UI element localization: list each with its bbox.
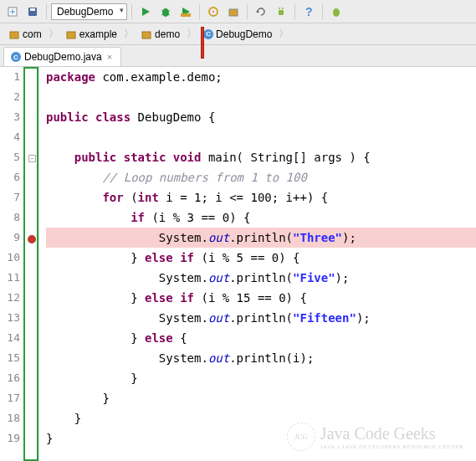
gutter[interactable]: 12345678910111213141516171819 − bbox=[0, 67, 39, 461]
svg-rect-4 bbox=[30, 8, 35, 11]
close-icon[interactable]: × bbox=[105, 52, 114, 62]
code-line[interactable]: } bbox=[46, 388, 476, 408]
code-line[interactable]: System.out.println(i); bbox=[46, 348, 476, 368]
toolbar: DebugDemo ? bbox=[0, 0, 476, 23]
gutter-line[interactable] bbox=[25, 430, 37, 450]
gutter-line[interactable]: − bbox=[25, 149, 37, 169]
gutter-line[interactable] bbox=[25, 249, 37, 269]
breadcrumb-label: example bbox=[79, 28, 117, 40]
code-area[interactable]: package com.example.demo;public class De… bbox=[39, 67, 476, 461]
code-line[interactable]: for (int i = 1; i <= 100; i++) { bbox=[46, 187, 476, 207]
code-line[interactable] bbox=[46, 127, 476, 147]
code-line[interactable]: public static void main( String[] args )… bbox=[46, 147, 476, 167]
help-icon: ? bbox=[305, 5, 313, 18]
breadcrumb-com[interactable]: com bbox=[5, 27, 45, 42]
save-button[interactable] bbox=[23, 3, 42, 21]
code-line[interactable] bbox=[46, 87, 476, 107]
code-line[interactable]: } bbox=[46, 428, 476, 448]
svg-point-18 bbox=[279, 8, 280, 9]
marker-column[interactable]: − bbox=[23, 67, 38, 461]
run-button[interactable] bbox=[136, 3, 155, 21]
gutter-line[interactable] bbox=[25, 350, 37, 370]
line-number: 1 bbox=[0, 67, 20, 87]
debug-attach-button[interactable] bbox=[327, 3, 345, 21]
fold-icon[interactable]: − bbox=[28, 155, 36, 162]
gutter-line[interactable] bbox=[25, 89, 37, 109]
build-button[interactable] bbox=[204, 3, 223, 21]
gutter-line[interactable] bbox=[25, 169, 37, 189]
package-icon bbox=[65, 28, 77, 40]
gutter-line[interactable] bbox=[25, 330, 37, 350]
breadcrumb-example[interactable]: example bbox=[62, 27, 120, 42]
line-number: 16 bbox=[0, 368, 20, 388]
tab-debugdemo[interactable]: C DebugDemo.java × bbox=[3, 47, 121, 66]
breakpoint-icon[interactable] bbox=[28, 235, 36, 243]
gutter-line[interactable] bbox=[25, 229, 37, 249]
line-number: 4 bbox=[0, 127, 20, 147]
chevron-right-icon: 〉 bbox=[277, 27, 290, 41]
debug-button[interactable] bbox=[156, 3, 175, 21]
code-line[interactable]: public class DebugDemo { bbox=[46, 107, 476, 127]
breadcrumb-label: demo bbox=[155, 28, 180, 40]
breadcrumb-label: DebugDemo bbox=[216, 28, 272, 40]
gutter-line[interactable] bbox=[25, 390, 37, 410]
code-line[interactable]: System.out.println("Three"); bbox=[46, 228, 476, 248]
code-line[interactable]: } else if (i % 15 == 0) { bbox=[46, 288, 476, 308]
gutter-line[interactable] bbox=[25, 189, 37, 209]
gutter-line[interactable] bbox=[25, 269, 37, 289]
line-number: 14 bbox=[0, 328, 20, 348]
svg-point-19 bbox=[282, 8, 284, 9]
chevron-right-icon: 〉 bbox=[122, 27, 136, 41]
line-number: 15 bbox=[0, 348, 20, 368]
code-line[interactable]: } bbox=[46, 368, 476, 388]
package-icon bbox=[8, 28, 20, 40]
code-line[interactable]: package com.example.demo; bbox=[46, 67, 476, 87]
svg-rect-14 bbox=[212, 11, 214, 13]
svg-rect-17 bbox=[279, 10, 284, 15]
gutter-line[interactable] bbox=[25, 410, 37, 430]
line-number: 12 bbox=[0, 288, 20, 308]
breadcrumb-demo[interactable]: demo bbox=[137, 27, 183, 42]
gutter-line[interactable] bbox=[25, 109, 37, 129]
chevron-right-icon: 〉 bbox=[47, 27, 60, 41]
svg-rect-22 bbox=[67, 32, 75, 38]
code-line[interactable]: } else if (i % 5 == 0) { bbox=[46, 248, 476, 268]
code-line[interactable]: } bbox=[46, 408, 476, 428]
line-number: 2 bbox=[0, 87, 20, 107]
packages-button[interactable] bbox=[224, 3, 243, 21]
line-number: 6 bbox=[0, 167, 20, 187]
code-line[interactable]: if (i % 3 == 0) { bbox=[46, 207, 476, 228]
code-line[interactable]: } else { bbox=[46, 328, 476, 348]
svg-point-6 bbox=[162, 8, 169, 17]
line-number: 5 bbox=[0, 147, 20, 167]
gutter-line[interactable] bbox=[25, 129, 37, 149]
run-config-dropdown[interactable]: DebugDemo bbox=[51, 3, 127, 20]
code-line[interactable]: System.out.println("Fifteen"); bbox=[46, 308, 476, 328]
svg-line-10 bbox=[168, 14, 170, 15]
help-button[interactable]: ? bbox=[299, 3, 318, 21]
gutter-line[interactable] bbox=[25, 370, 37, 390]
sync-button[interactable] bbox=[252, 3, 270, 21]
package-icon bbox=[141, 28, 152, 40]
coverage-button[interactable] bbox=[177, 3, 195, 21]
svg-rect-21 bbox=[10, 32, 18, 38]
android-button[interactable] bbox=[272, 3, 290, 21]
gutter-line[interactable] bbox=[25, 209, 37, 229]
svg-point-20 bbox=[333, 8, 340, 17]
breadcrumb-class[interactable]: C DebugDemo bbox=[200, 27, 275, 42]
code-line[interactable]: System.out.println("Five"); bbox=[46, 268, 476, 288]
line-number: 18 bbox=[0, 408, 20, 428]
line-number: 8 bbox=[0, 207, 20, 228]
breadcrumb: com 〉 example 〉 demo 〉 C DebugDemo 〉 bbox=[0, 23, 476, 45]
gutter-line[interactable] bbox=[25, 310, 37, 330]
new-wizard-button[interactable] bbox=[3, 3, 22, 21]
line-number: 3 bbox=[0, 107, 20, 127]
line-number: 19 bbox=[0, 428, 20, 448]
svg-marker-5 bbox=[142, 8, 150, 16]
svg-line-9 bbox=[161, 14, 163, 15]
gutter-line[interactable] bbox=[25, 289, 37, 310]
line-number: 9 bbox=[0, 228, 20, 248]
gutter-line[interactable] bbox=[25, 69, 37, 89]
code-line[interactable]: // Loop numbers from 1 to 100 bbox=[46, 167, 476, 187]
code-editor[interactable]: 12345678910111213141516171819 − package … bbox=[0, 67, 476, 461]
